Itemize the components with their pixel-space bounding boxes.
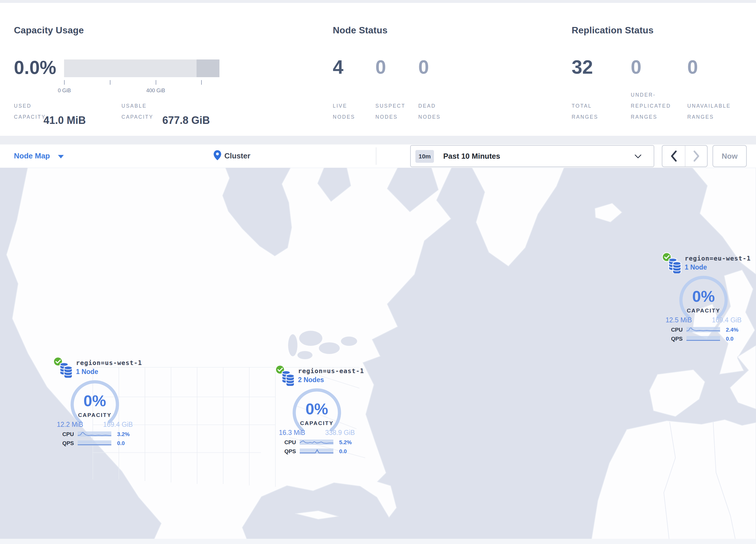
- breadcrumb[interactable]: Cluster: [213, 150, 221, 162]
- map-toolbar: Node Map Cluster 10m Past 10 Minutes: [0, 144, 756, 168]
- landmass-north-america: [6, 168, 452, 544]
- map-bottom-strip: [0, 539, 756, 544]
- qps-sparkline: [686, 336, 720, 342]
- usable-capacity-value: 169.4 GiB: [103, 421, 133, 429]
- cpu-sparkline: [78, 431, 111, 437]
- usable-capacity-value: 169.4 GiB: [712, 316, 742, 324]
- live-nodes-count: 4: [333, 57, 344, 77]
- cpu-label: CPU: [279, 439, 296, 446]
- chevron-right-icon: [692, 150, 701, 162]
- location-pin-icon: [213, 150, 221, 161]
- now-button[interactable]: Now: [713, 145, 747, 167]
- unavailable-ranges-label: UNAVAILABLE RANGES: [687, 100, 731, 122]
- used-capacity-value: 41.0 MiB: [43, 114, 86, 126]
- capacity-percent: 0%: [64, 392, 125, 410]
- region-marker-us-west-1[interactable]: region=us-west-1 1 Node 0% CAPACITY 12.2…: [53, 356, 137, 449]
- cpu-value: 3.2%: [117, 431, 130, 438]
- capacity-axis-label-400: 400 GiB: [138, 88, 173, 94]
- qps-value: 0.0: [117, 440, 125, 447]
- qps-value: 0.0: [726, 336, 733, 342]
- capacity-usage-title: Capacity Usage: [14, 25, 84, 36]
- breadcrumb-label: Cluster: [224, 151, 250, 160]
- cpu-sparkline: [686, 327, 720, 333]
- database-stack-icon: [668, 257, 682, 273]
- dead-nodes-label: DEAD NODES: [418, 100, 441, 122]
- capacity-label: CAPACITY: [673, 308, 734, 314]
- node-count-link[interactable]: 2 Nodes: [298, 376, 324, 384]
- region-label: region=us-east-1: [298, 367, 364, 375]
- cpu-sparkline: [300, 439, 333, 445]
- cpu-label: CPU: [666, 327, 683, 333]
- node-map-canvas[interactable]: [0, 168, 756, 544]
- time-range-badge: 10m: [415, 150, 434, 163]
- capacity-used-percent: 0.0%: [14, 57, 56, 78]
- capacity-axis-tick: [201, 80, 202, 85]
- under-replicated-ranges-label: UNDER- REPLICATED RANGES: [631, 89, 671, 122]
- capacity-label: CAPACITY: [286, 420, 347, 427]
- cpu-label: CPU: [57, 431, 74, 438]
- region-marker-us-east-1[interactable]: region=us-east-1 2 Nodes 0% CAPACITY 16.…: [275, 365, 359, 457]
- time-range-dropdown[interactable]: 10m Past 10 Minutes: [410, 145, 654, 167]
- chevron-down-icon: [635, 154, 641, 158]
- suspect-nodes-count: 0: [375, 57, 386, 77]
- qps-sparkline: [300, 448, 333, 454]
- qps-value: 0.0: [339, 448, 347, 455]
- region-marker-eu-west-1[interactable]: region=eu-west-1 1 Node 0% CAPACITY 12.5…: [661, 252, 746, 345]
- used-capacity-value: 16.3 MiB: [279, 429, 305, 437]
- toolbar-divider: [376, 147, 376, 165]
- time-step-buttons: [662, 145, 708, 167]
- chevron-down-icon: [58, 155, 64, 158]
- chevron-left-icon: [669, 150, 678, 162]
- capacity-bar: [64, 59, 219, 77]
- qps-label: QPS: [666, 336, 683, 342]
- capacity-axis-label-0: 0 GiB: [47, 88, 82, 94]
- landmass-greenland: [472, 168, 564, 266]
- capacity-label: CAPACITY: [64, 412, 125, 418]
- database-stack-icon: [59, 362, 73, 378]
- qps-sparkline: [78, 440, 111, 446]
- cpu-value: 2.4%: [726, 327, 738, 333]
- cluster-overview-page: Capacity Usage 0.0% 0 GiB 400 GiB USED C…: [0, 0, 756, 544]
- total-ranges-label: TOTAL RANGES: [572, 100, 598, 122]
- region-label: region=eu-west-1: [685, 255, 751, 262]
- landmass-iberia: [649, 370, 705, 417]
- view-selector-dropdown[interactable]: Node Map: [14, 151, 50, 160]
- capacity-axis-tick: [64, 80, 65, 85]
- capacity-bar-dark-segment: [197, 59, 219, 77]
- node-count-link[interactable]: 1 Node: [76, 368, 98, 376]
- unavailable-ranges-count: 0: [687, 57, 698, 77]
- qps-label: QPS: [57, 440, 74, 447]
- capacity-axis-tick: [156, 80, 156, 85]
- usable-capacity-value: 338.9 GiB: [325, 429, 355, 437]
- live-nodes-label: LIVE NODES: [333, 100, 355, 122]
- usable-capacity-label: USABLE CAPACITY: [121, 100, 153, 122]
- world-map: [0, 168, 756, 544]
- capacity-percent: 0%: [286, 400, 347, 418]
- total-ranges-count: 32: [572, 57, 593, 77]
- landmass-iceland: [595, 203, 622, 222]
- step-back-button[interactable]: [662, 146, 685, 166]
- qps-label: QPS: [279, 448, 296, 455]
- region-label: region=us-west-1: [76, 359, 142, 367]
- replication-status-title: Replication Status: [572, 25, 654, 36]
- used-capacity-value: 12.5 MiB: [666, 316, 692, 324]
- dead-nodes-count: 0: [418, 57, 429, 77]
- used-capacity-value: 12.2 MiB: [57, 421, 83, 429]
- suspect-nodes-label: SUSPECT NODES: [375, 100, 406, 122]
- node-status-title: Node Status: [333, 25, 388, 36]
- capacity-axis-tick: [110, 80, 110, 85]
- cpu-value: 5.2%: [339, 439, 352, 446]
- database-stack-icon: [281, 370, 295, 386]
- time-range-label: Past 10 Minutes: [443, 152, 500, 161]
- under-replicated-ranges-count: 0: [631, 57, 641, 77]
- used-capacity-label: USED CAPACITY: [14, 100, 46, 122]
- usable-capacity-value: 677.8 GiB: [162, 114, 210, 126]
- node-count-link[interactable]: 1 Node: [685, 263, 707, 271]
- landmass-north-africa: [591, 420, 756, 544]
- step-forward-button[interactable]: [685, 146, 708, 166]
- cluster-summary-panel: Capacity Usage 0.0% 0 GiB 400 GiB USED C…: [0, 3, 756, 136]
- landmass-cuba: [295, 511, 339, 519]
- capacity-percent: 0%: [673, 287, 734, 305]
